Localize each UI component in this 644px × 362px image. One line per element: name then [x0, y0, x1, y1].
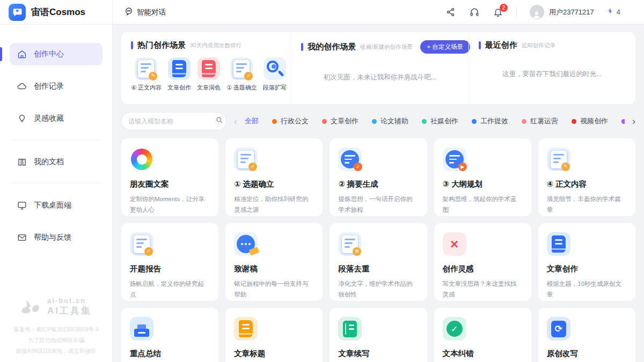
app-logo-icon: [9, 4, 26, 21]
model-card[interactable]: ✓② 摘要生成提炼思想，一句话开启你的学术旅程: [330, 138, 427, 216]
sidebar-item-label: 帮助与反馈: [34, 233, 71, 242]
model-card[interactable]: ✓开题报告扬帆启航，定义你的研究起点: [121, 223, 218, 301]
model-search[interactable]: [121, 112, 226, 130]
sidebar-item-5[interactable]: 帮助与反馈: [10, 226, 103, 249]
card-description: 精准定位，助你找到研究的灵感之源: [234, 194, 314, 215]
sidebar-item-label: 下载桌面端: [34, 201, 71, 210]
category-dot-icon: [621, 119, 625, 124]
category-tab-label: 视频创作: [580, 116, 608, 126]
card-description: 架构思维，筑起你的学术蓝图: [443, 194, 523, 215]
category-tab-6[interactable]: 红薯运营: [522, 116, 558, 126]
article-book-icon: [547, 232, 570, 256]
topic-checklist-icon: ✓: [234, 147, 258, 171]
category-tab-label: 论文辅助: [380, 116, 408, 126]
mail-icon: [17, 233, 27, 242]
hot-scene-item[interactable]: 文章润色: [197, 57, 221, 92]
chevron-left-icon[interactable]: ‹: [234, 116, 237, 126]
filter-bar: ‹ 全部行政公文文章创作论文辅助社媒创作工作提效红薯运营视频创作商业营销生 ›: [121, 112, 635, 131]
category-dot-icon: [372, 119, 377, 124]
expand-magnifier-icon: [264, 57, 286, 80]
scenes-panel: 热门创作场景 30天内使用次数排行 ✎④ 正文内容文章创作文章润色✓① 选题确立…: [121, 32, 635, 104]
model-card[interactable]: ✓① 选题确立精准定位，助你找到研究的灵感之源: [225, 138, 323, 216]
hot-scene-item[interactable]: 段落扩写: [263, 57, 287, 92]
sidebar-item-2[interactable]: 灵感收藏: [10, 107, 103, 130]
card-description: 根据主题，10秒生成原创文章: [547, 279, 627, 300]
hot-scenes-subtitle: 30天内使用次数排行: [190, 42, 241, 49]
card-title: 段落去重: [338, 264, 418, 274]
model-card[interactable]: 文章创作根据主题，10秒生成原创文章: [538, 223, 635, 301]
watermark-domain: ai-bot.cn: [47, 297, 92, 305]
my-scenes-subtitle: 收藏/新建的创作场景: [360, 43, 412, 51]
my-scenes-empty-text: 初次见面，未来让我和你并肩战斗吧...: [301, 73, 459, 82]
headphones-icon[interactable]: [469, 7, 480, 18]
category-tab-8[interactable]: 商业营销: [621, 116, 625, 126]
card-title: ① 选题确立: [234, 179, 314, 189]
category-tab-2[interactable]: 文章创作: [322, 116, 358, 126]
custom-scene-button[interactable]: + 自定义场景: [420, 40, 470, 54]
search-input[interactable]: [128, 117, 211, 125]
model-card[interactable]: 致谢稿铭记旅程中的每一份支持与帮助: [225, 223, 323, 301]
category-tab-label: 全部: [245, 116, 259, 126]
share-icon[interactable]: [445, 7, 456, 18]
card-description: 定制你的Moments，让分享更动人心: [130, 194, 210, 215]
category-tab-7[interactable]: 视频创作: [572, 116, 608, 126]
my-scenes-title: 我的创作场景: [308, 42, 356, 52]
avatar: [530, 5, 544, 19]
model-card[interactable]: ▶③ 大纲规划架构思维，筑起你的学术蓝图: [434, 138, 531, 216]
watermark-line: 备案号：蜀ICP备2023009559号-4: [0, 324, 112, 335]
sidebar-item-3[interactable]: 我的文档: [10, 151, 103, 173]
top-bar: 宙语Cosmos 智能对话 2 用户2377: [0, 0, 644, 25]
rewrite-refresh-icon: ⟳: [547, 317, 570, 341]
main-content: 热门创作场景 30天内使用次数排行 ✎④ 正文内容文章创作文章润色✓① 选题确立…: [113, 25, 644, 362]
model-card[interactable]: ✎④ 正文内容填充细节，丰盈你的学术篇章: [538, 138, 635, 216]
sidebar-item-0[interactable]: 创作中心: [10, 43, 103, 65]
model-card[interactable]: ✓文本纠错智能修正错别字，纠正语法: [434, 308, 531, 362]
model-card[interactable]: ≋段落去重净化文字，维护学术作品的独创性: [330, 223, 427, 301]
model-card[interactable]: ×创作灵感写文章没思路？来这里找找灵感: [434, 223, 531, 301]
sidebar-item-label: 创作记录: [34, 82, 64, 91]
sidebar-item-1[interactable]: 创作记录: [10, 75, 103, 98]
card-title: 朋友圈文案: [130, 179, 210, 189]
model-card[interactable]: 重点总结文章重点内容总结: [121, 308, 218, 362]
watermark-line: 如接到962110来电，请立即接听: [0, 346, 112, 357]
category-tab-4[interactable]: 社媒创作: [422, 116, 458, 126]
user-menu[interactable]: 用户23771217: [530, 5, 594, 19]
hot-scene-item[interactable]: ✓① 选题确立: [226, 57, 257, 92]
category-tab-1[interactable]: 行政公文: [272, 116, 309, 126]
color-wheel-icon: [130, 147, 153, 171]
hot-scene-item[interactable]: 文章创作: [167, 57, 191, 92]
hot-scenes-section: 热门创作场景 30天内使用次数排行 ✎④ 正文内容文章创作文章润色✓① 选题确立…: [121, 32, 291, 104]
category-tab-label: 工作提效: [480, 116, 508, 126]
card-title: 开题报告: [130, 264, 210, 274]
chevron-right-icon[interactable]: ›: [632, 116, 635, 126]
sidebar-item-label: 创作中心: [34, 49, 64, 59]
recent-title: 最近创作: [485, 40, 517, 50]
sidebar-item-label: 我的文档: [34, 157, 64, 167]
watermark-line: 为了防范电信网络诈骗: [0, 335, 112, 346]
model-card[interactable]: 文章续写延续风格续写文章: [330, 308, 427, 362]
sidebar-item-label: 灵感收藏: [34, 114, 64, 123]
recent-creations-section: 最近创作 近期创作记录 这里，要留存下我们最近的时光...: [469, 32, 635, 104]
proposal-doc-icon: ✓: [130, 232, 153, 256]
hot-scene-item[interactable]: ✎④ 正文内容: [131, 57, 162, 92]
sidebar-item-4[interactable]: 下载桌面端: [10, 194, 103, 217]
category-tab-0[interactable]: 全部: [245, 116, 259, 126]
category-dot-icon: [522, 119, 526, 124]
model-card[interactable]: ⟳原创改写主题不变，智能改写文章: [538, 308, 635, 362]
dedupe-doc-icon: ≋: [338, 232, 362, 256]
card-title: ② 摘要生成: [338, 179, 418, 189]
model-card[interactable]: 朋友圈文案定制你的Moments，让分享更动人心: [121, 138, 218, 216]
energy-counter[interactable]: 4: [607, 7, 620, 17]
category-tab-5[interactable]: 工作提效: [472, 116, 508, 126]
home-icon: [17, 49, 27, 59]
search-icon[interactable]: [216, 116, 223, 126]
correction-check-icon: ✓: [443, 317, 466, 341]
notification-bell-icon[interactable]: 2: [493, 7, 503, 18]
hot-scenes-title: 热门创作场景: [137, 40, 186, 50]
summary-printer-icon: [130, 317, 153, 341]
username: 用户23771217: [549, 8, 594, 17]
category-tab-3[interactable]: 论文辅助: [372, 116, 408, 126]
model-card[interactable]: 文章标题根据主题及文章内容，生成标题: [225, 308, 323, 362]
tab-smart-chat-label: 智能对话: [137, 8, 166, 17]
tab-smart-chat[interactable]: 智能对话: [125, 7, 166, 17]
